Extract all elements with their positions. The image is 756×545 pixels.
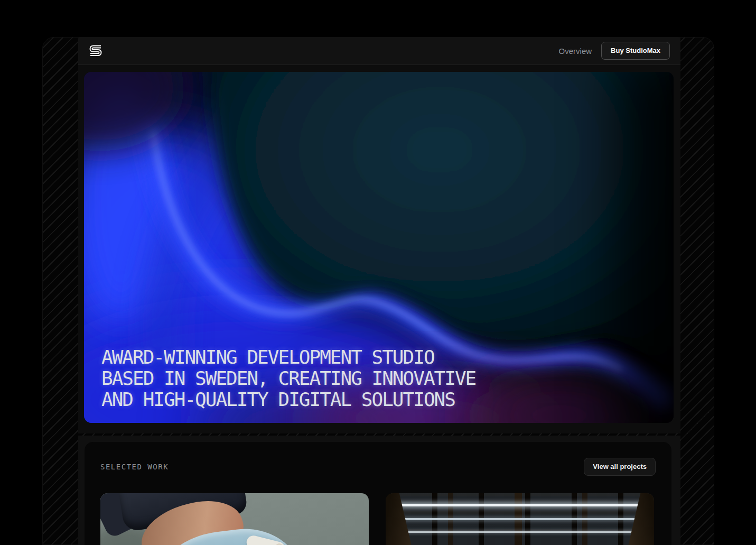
selected-work-title: SELECTED WORK <box>100 463 169 471</box>
page-background: Overview Buy StudioMax <box>0 0 756 545</box>
header-actions: Overview Buy StudioMax <box>559 42 670 60</box>
hero-heading: AWARD-WINNING DEVELOPMENT STUDIO BASED I… <box>101 347 475 410</box>
hero-heading-line: AND HIGH-QUALITY DIGITAL SOLUTIONS <box>101 389 475 410</box>
logo-s-icon <box>89 44 102 57</box>
ceiling-light-strip <box>386 518 654 520</box>
project-grid <box>100 493 656 545</box>
project-thumbnail-architecture[interactable] <box>386 493 654 545</box>
hero-banner: AWARD-WINNING DEVELOPMENT STUDIO BASED I… <box>84 72 674 423</box>
main-content: Overview Buy StudioMax <box>78 37 680 545</box>
ceiling-light-strip <box>386 504 654 506</box>
ceiling-light-strip <box>386 531 654 533</box>
selected-work-header: SELECTED WORK View all projects <box>100 458 656 476</box>
hero-panel: Overview Buy StudioMax <box>78 37 680 433</box>
buy-studiomax-button[interactable]: Buy StudioMax <box>601 42 670 60</box>
work-panel: SELECTED WORK View all projects <box>78 436 680 545</box>
studio-logo[interactable] <box>89 44 102 57</box>
project-thumbnail-sneaker[interactable] <box>100 493 369 545</box>
view-all-projects-button[interactable]: View all projects <box>584 458 656 476</box>
nav-overview[interactable]: Overview <box>559 47 592 56</box>
hero-heading-line: BASED IN SWEDEN, CREATING INNOVATIVE <box>101 368 475 389</box>
site-header: Overview Buy StudioMax <box>78 37 680 65</box>
hero-heading-line: AWARD-WINNING DEVELOPMENT STUDIO <box>101 347 475 368</box>
selected-work-card: SELECTED WORK View all projects <box>85 442 671 545</box>
